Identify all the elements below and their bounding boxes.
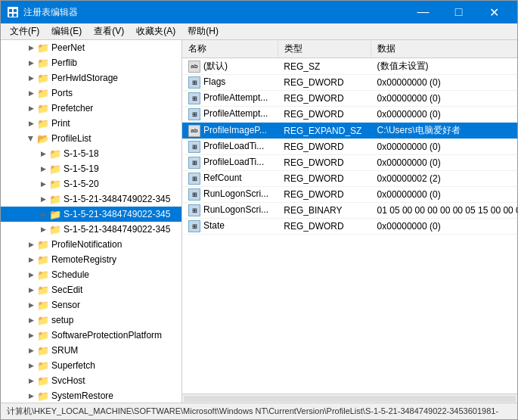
tree-arrow-spp[interactable]: ▶	[25, 331, 37, 339]
folder-icon: 📁	[49, 163, 61, 175]
table-row[interactable]: ⊞RefCount REG_DWORD 0x00000002 (2)	[182, 171, 517, 187]
folder-icon: 📁	[37, 269, 49, 281]
menu-view[interactable]: 查看(V)	[88, 23, 130, 39]
cell-type: REG_BINARY	[278, 203, 371, 219]
table-row[interactable]: ⊞ProfileLoadTi... REG_DWORD 0x00000000 (…	[182, 155, 517, 171]
tree-item-profileList[interactable]: ▶ 📂 ProfileList	[1, 131, 182, 146]
tree-item-softwareProtectionPlatform[interactable]: ▶ 📁 SoftwareProtectionPlatform	[1, 328, 182, 343]
registry-table-container[interactable]: 名称 类型 数据 ab(默认) REG_SZ (数值未设置) ⊞Flags RE…	[182, 40, 517, 394]
col-header-data: 数据	[371, 40, 517, 58]
registry-tree[interactable]: ▶ 📁 PeerNet ▶ 📁 Perflib ▶ 📁 PerHwIdStora…	[1, 40, 182, 403]
table-row[interactable]: ⊞RunLogonScri... REG_BINARY 01 05 00 00 …	[182, 203, 517, 219]
tree-arrow-s121-3[interactable]: ▶	[37, 226, 49, 233]
tree-arrow-secEdit[interactable]: ▶	[25, 286, 37, 294]
cell-type: REG_DWORD	[278, 107, 371, 123]
horizontal-scrollbar[interactable]	[182, 394, 517, 403]
tree-arrow-schedule[interactable]: ▶	[25, 271, 37, 278]
tree-label: S-1-5-21-3484749022-345	[64, 224, 170, 235]
minimize-button[interactable]: —	[406, 1, 440, 23]
tree-arrow-profileList[interactable]: ▶	[27, 132, 35, 145]
cell-type: REG_DWORD	[278, 75, 371, 91]
table-row[interactable]: ⊞ProfileAttempt... REG_DWORD 0x00000000 …	[182, 91, 517, 107]
title-bar: 注册表编辑器 — □ ✕	[1, 1, 517, 23]
tree-arrow-peerNet[interactable]: ▶	[25, 44, 37, 51]
svg-rect-1	[9, 9, 12, 12]
tree-arrow-sensor[interactable]: ▶	[25, 301, 37, 309]
tree-arrow-profileNotification[interactable]: ▶	[25, 241, 37, 248]
tree-item-systemRestore[interactable]: ▶ 📁 SystemRestore	[1, 388, 182, 403]
tree-item-s119[interactable]: ▶ 📁 S-1-5-19	[1, 161, 182, 176]
tree-item-remoteRegistry[interactable]: ▶ 📁 RemoteRegistry	[1, 252, 182, 267]
registry-editor-window: 注册表编辑器 — □ ✕ 文件(F) 编辑(E) 查看(V) 收藏夹(A) 帮助…	[0, 0, 518, 420]
tree-item-s118[interactable]: ▶ 📁 S-1-5-18	[1, 146, 182, 161]
table-row[interactable]: abProfileImageP... REG_EXPAND_SZ C:\User…	[182, 123, 517, 139]
tree-arrow-s120[interactable]: ▶	[37, 180, 49, 188]
menu-favorites[interactable]: 收藏夹(A)	[130, 23, 181, 39]
tree-arrow-svcHost[interactable]: ▶	[25, 377, 37, 384]
folder-icon: 📁	[37, 390, 49, 402]
menu-help[interactable]: 帮助(H)	[181, 23, 225, 39]
tree-arrow-perflib[interactable]: ▶	[25, 59, 37, 67]
folder-icon: 📁	[49, 148, 61, 160]
folder-icon: 📁	[37, 254, 49, 266]
tree-arrow-remoteRegistry[interactable]: ▶	[25, 256, 37, 263]
tree-item-schedule[interactable]: ▶ 📁 Schedule	[1, 267, 182, 282]
col-header-type: 类型	[278, 40, 371, 58]
tree-arrow-print[interactable]: ▶	[25, 120, 37, 127]
app-icon	[7, 6, 19, 18]
tree-item-sensor[interactable]: ▶ 📁 Sensor	[1, 297, 182, 313]
tree-arrow-superfetch[interactable]: ▶	[25, 362, 37, 369]
tree-item-s121-2[interactable]: ▶ 📁 S-1-5-21-3484749022-345	[1, 207, 182, 222]
tree-arrow-perHwIdStorage[interactable]: ▶	[25, 74, 37, 82]
cell-name: ⊞ProfileAttempt...	[182, 91, 278, 107]
tree-item-profileNotification[interactable]: ▶ 📁 ProfileNotification	[1, 237, 182, 252]
tree-item-superfetch[interactable]: ▶ 📁 Superfetch	[1, 358, 182, 373]
tree-arrow-s118[interactable]: ▶	[37, 150, 49, 157]
tree-item-setup[interactable]: ▶ 📁 setup	[1, 313, 182, 328]
table-row[interactable]: ab(默认) REG_SZ (数值未设置)	[182, 58, 517, 75]
tree-item-s121-1[interactable]: ▶ 📁 S-1-5-21-3484749022-345	[1, 191, 182, 207]
cell-type: REG_DWORD	[278, 91, 371, 107]
tree-item-prefetcher[interactable]: ▶ 📁 Prefetcher	[1, 101, 182, 116]
cell-type: REG_EXPAND_SZ	[278, 123, 371, 139]
close-button[interactable]: ✕	[477, 1, 511, 23]
tree-item-peerNet[interactable]: ▶ 📁 PeerNet	[1, 40, 182, 55]
table-row[interactable]: ⊞RunLogonScri... REG_DWORD 0x00000000 (0…	[182, 187, 517, 203]
tree-arrow-srum[interactable]: ▶	[25, 347, 37, 354]
tree-item-svcHost[interactable]: ▶ 📁 SvcHost	[1, 373, 182, 388]
tree-label: Sensor	[51, 300, 80, 310]
tree-arrow-prefetcher[interactable]: ▶	[25, 104, 37, 112]
menu-file[interactable]: 文件(F)	[4, 23, 45, 39]
tree-arrow-s121-2[interactable]: ▶	[37, 210, 49, 218]
folder-icon: 📁	[37, 58, 49, 69]
tree-arrow-s119[interactable]: ▶	[37, 165, 49, 173]
folder-icon: 📁	[37, 73, 49, 84]
tree-label: S-1-5-20	[64, 179, 99, 189]
tree-item-print[interactable]: ▶ 📁 Print	[1, 116, 182, 131]
tree-item-perflib[interactable]: ▶ 📁 Perflib	[1, 55, 182, 70]
tree-item-ports[interactable]: ▶ 📁 Ports	[1, 86, 182, 101]
tree-arrow-s121-1[interactable]: ▶	[37, 195, 49, 203]
tree-item-s120[interactable]: ▶ 📁 S-1-5-20	[1, 176, 182, 191]
tree-item-perHwIdStorage[interactable]: ▶ 📁 PerHwIdStorage	[1, 70, 182, 86]
cell-name: ⊞State	[182, 219, 278, 235]
menu-edit[interactable]: 编辑(E)	[45, 23, 88, 39]
tree-item-s121-3[interactable]: ▶ 📁 S-1-5-21-3484749022-345	[1, 222, 182, 237]
cell-name: ⊞RefCount	[182, 171, 278, 187]
table-row[interactable]: ⊞State REG_DWORD 0x00000000 (0)	[182, 219, 517, 235]
cell-data: 0x00000000 (0)	[371, 91, 517, 107]
tree-arrow-setup[interactable]: ▶	[25, 316, 37, 324]
tree-arrow-systemRestore[interactable]: ▶	[25, 392, 37, 400]
tree-item-srum[interactable]: ▶ 📁 SRUM	[1, 343, 182, 358]
tree-item-secEdit[interactable]: ▶ 📁 SecEdit	[1, 282, 182, 297]
tree-inner: ▶ 📁 PeerNet ▶ 📁 Perflib ▶ 📁 PerHwIdStora…	[1, 40, 182, 403]
table-row[interactable]: ⊞ProfileAttempt... REG_DWORD 0x00000000 …	[182, 107, 517, 123]
svg-rect-2	[14, 9, 17, 12]
maximize-button[interactable]: □	[442, 1, 476, 23]
table-row[interactable]: ⊞Flags REG_DWORD 0x00000000 (0)	[182, 75, 517, 91]
tree-label: ProfileList	[51, 133, 92, 144]
table-row[interactable]: ⊞ProfileLoadTi... REG_DWORD 0x00000000 (…	[182, 139, 517, 155]
tree-arrow-ports[interactable]: ▶	[25, 89, 37, 97]
cell-name: ⊞Flags	[182, 75, 278, 91]
status-path: 计算机\HKEY_LOCAL_MACHINE\SOFTWARE\Microsof…	[7, 406, 498, 417]
